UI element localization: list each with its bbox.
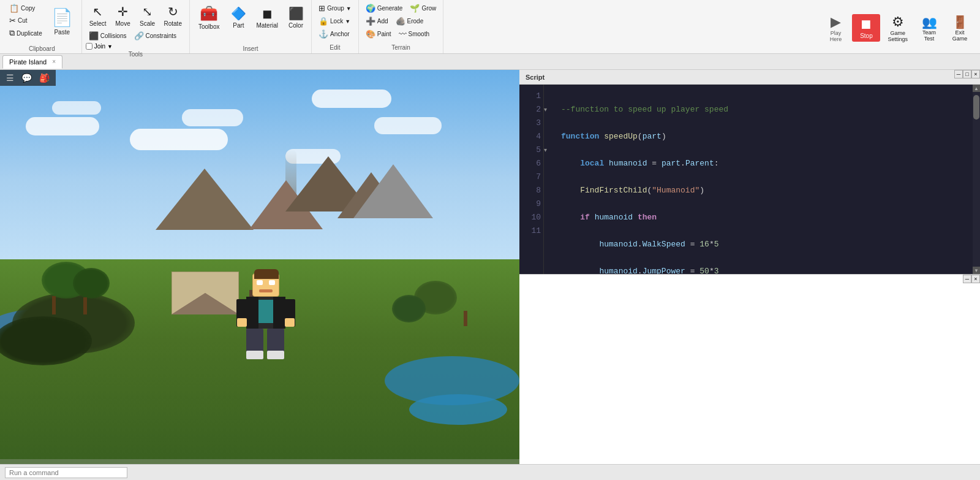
- add-button[interactable]: ➕ Add: [363, 15, 391, 27]
- game-settings-icon: ⚙: [892, 14, 904, 30]
- code-editor[interactable]: --function to speed up player speed func…: [554, 85, 973, 274]
- tree-2-trunk: [83, 297, 87, 314]
- lock-button[interactable]: 🔒 Lock ▼: [315, 15, 355, 27]
- tree-2-foliage: [73, 268, 110, 299]
- exit-game-button[interactable]: 🚪 Exit Game: [946, 12, 974, 44]
- lock-dropdown[interactable]: ▼: [345, 18, 350, 25]
- code-line-4: FindFirstChild("Humanoid"): [561, 184, 965, 197]
- scroll-up-button[interactable]: ▲: [973, 85, 980, 92]
- edit-section: ⊞ Group ▼ 🔒 Lock ▼ ⚓ Anchor Insert Edit: [312, 0, 359, 53]
- grow-button[interactable]: 🌱 Grow: [407, 2, 439, 14]
- group-button[interactable]: ⊞ Group ▼: [315, 2, 355, 14]
- erode-button[interactable]: 🪨 Erode: [393, 15, 427, 27]
- scale-button[interactable]: ⤡ Scale: [136, 2, 159, 29]
- line-num-3: 3: [524, 116, 541, 130]
- collisions-icon: ⬛: [89, 31, 99, 40]
- paint-terrain-icon: 🎨: [366, 29, 375, 39]
- fold-5[interactable]: ▾: [544, 143, 554, 157]
- line-num-7: 7: [524, 170, 541, 184]
- pirate-island-tab[interactable]: Pirate Island ×: [2, 55, 62, 69]
- play-here-button[interactable]: ▶ Play Here: [821, 12, 850, 45]
- char-eye-l: [257, 280, 263, 285]
- lower-pane-close-button[interactable]: ×: [971, 275, 980, 283]
- chat-icon[interactable]: 💬: [20, 72, 33, 84]
- backpack-icon[interactable]: 🎒: [38, 72, 51, 84]
- paste-button[interactable]: 📄 Paste: [47, 5, 78, 38]
- exit-game-icon: 🚪: [952, 15, 968, 29]
- scroll-down-button[interactable]: ▼: [973, 267, 980, 274]
- toolbox-button[interactable]: 🧰 Toolbox: [194, 2, 224, 32]
- fold-9: [544, 197, 554, 211]
- duplicate-button[interactable]: ⧉ Duplicate: [6, 27, 45, 39]
- scroll-thumb[interactable]: [973, 95, 979, 120]
- code-line-2: function speedUp(part): [561, 130, 965, 143]
- main-area: ☰ 💬 🎒: [0, 70, 980, 464]
- tab-close-button[interactable]: ×: [52, 58, 56, 65]
- line-num-6: 6: [524, 157, 541, 170]
- part-button[interactable]: 🔷 Part: [227, 4, 250, 31]
- script-window-controls: ─ □ ×: [954, 70, 980, 78]
- stop-button[interactable]: ⏹ Stop: [852, 14, 880, 42]
- script-maximize-button[interactable]: □: [963, 70, 971, 78]
- terrain-section: 🌍 Generate 🌱 Grow ➕ Add 🪨 Erode: [359, 0, 444, 53]
- lower-pane-min-button[interactable]: ─: [963, 275, 971, 283]
- cut-button[interactable]: ✂ Cut: [6, 15, 45, 26]
- code-line-6: humanoid.WalkSpeed = 16*5: [561, 238, 965, 251]
- code-line-1: --function to speed up player speed: [561, 103, 965, 116]
- terrain-row2: ➕ Add 🪨 Erode: [363, 15, 440, 27]
- line-num-1: 1: [524, 90, 541, 103]
- rotate-button[interactable]: ↻ Rotate: [160, 2, 186, 29]
- terrain-btns: 🌍 Generate 🌱 Grow ➕ Add 🪨 Erode: [363, 2, 440, 40]
- script-minimize-button[interactable]: ─: [954, 70, 963, 78]
- viewport[interactable]: ☰ 💬 🎒: [0, 70, 519, 464]
- play-here-label: Play Here: [830, 30, 842, 42]
- char-hand-r: [285, 318, 295, 327]
- code-line-7: humanoid.JumpPower = 50*3: [561, 265, 965, 274]
- edit-btns: ⊞ Group ▼ 🔒 Lock ▼ ⚓ Anchor: [315, 2, 355, 40]
- collisions-button[interactable]: ⬛ Collisions: [86, 30, 130, 42]
- hamburger-icon[interactable]: ☰: [5, 72, 15, 84]
- bottombar: [0, 464, 980, 480]
- constraints-button[interactable]: 🔗 Constraints: [131, 30, 180, 42]
- fold-2[interactable]: ▾: [544, 103, 554, 116]
- insert-section: 🧰 Toolbox 🔷 Part ◼ Material ⬛ Color Inse…: [190, 0, 312, 53]
- generate-icon: 🌍: [366, 4, 375, 13]
- team-test-button[interactable]: 👥 Team Test: [915, 12, 943, 44]
- script-close-button[interactable]: ×: [971, 70, 980, 78]
- move-button[interactable]: ✛ Move: [111, 2, 135, 29]
- toolbar-spacer: [443, 0, 818, 53]
- script-scrollbar: ▲ ▼: [973, 85, 980, 274]
- group-dropdown[interactable]: ▼: [346, 6, 352, 12]
- game-settings-label: Game Settings: [888, 30, 908, 42]
- generate-button[interactable]: 🌍 Generate: [363, 2, 406, 14]
- fold-4: [544, 130, 554, 143]
- material-button[interactable]: ◼ Material: [252, 4, 282, 31]
- lower-pane-controls: ─ ×: [963, 275, 980, 283]
- game-settings-button[interactable]: ⚙ Game Settings: [883, 12, 913, 45]
- join-dropdown-arrow[interactable]: ▼: [107, 44, 113, 50]
- terrain-row3: 🎨 Paint 〰 Smooth: [363, 28, 440, 40]
- insert-row: 🧰 Toolbox 🔷 Part ◼ Material ⬛ Color: [194, 2, 307, 32]
- cloud-7: [374, 117, 442, 134]
- play-section: ▶ Play Here ⏹ Stop ⚙ Game Settings 👥 Tea…: [818, 0, 978, 53]
- code-line-5: if humanoid then: [561, 211, 965, 224]
- part-group: 🔷 Part: [227, 4, 250, 31]
- cloud-4: [182, 109, 243, 126]
- join-checkbox[interactable]: [86, 43, 92, 50]
- command-input[interactable]: [5, 467, 127, 478]
- copy-button[interactable]: 📋 Copy: [6, 2, 45, 14]
- char-jacket: [246, 297, 285, 329]
- color-button[interactable]: ⬛ Color: [284, 4, 307, 31]
- stop-label: Stop: [860, 32, 873, 39]
- paint-terrain-button[interactable]: 🎨 Paint: [363, 28, 394, 40]
- smooth-icon: 〰: [399, 29, 407, 39]
- toolbar: 📋 Copy ✂ Cut ⧉ Duplicate 📄 Paste Clipboa…: [0, 0, 980, 54]
- smooth-button[interactable]: 〰 Smooth: [396, 28, 432, 40]
- tree-r2: [392, 295, 426, 322]
- fold-6: [544, 157, 554, 170]
- viewport-resize-handle[interactable]: [0, 459, 519, 464]
- move-icon: ✛: [118, 4, 128, 19]
- anchor-button[interactable]: ⚓ Anchor: [315, 28, 355, 40]
- constraints-icon: 🔗: [134, 31, 144, 40]
- select-button[interactable]: ↖ Select: [86, 2, 110, 29]
